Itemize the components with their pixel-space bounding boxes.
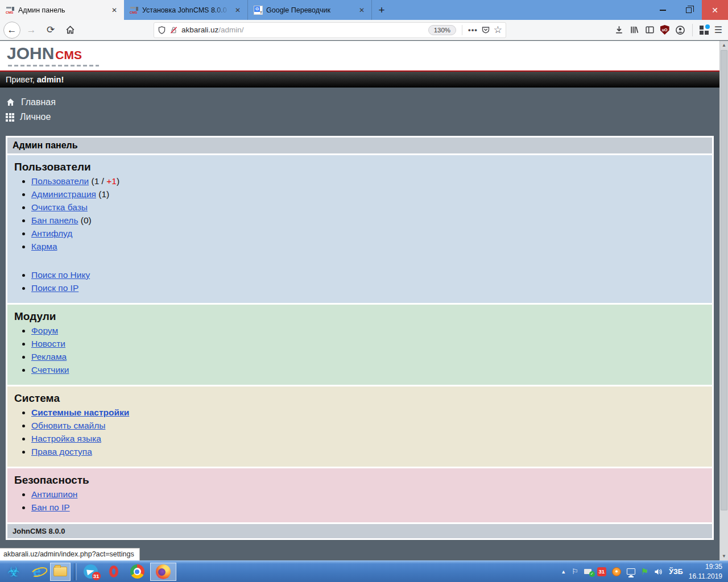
johncms-logo[interactable]: JOHNCMS	[7, 44, 82, 68]
link-administration[interactable]: Администрация	[31, 189, 96, 199]
system-tray: ▲ ⚐ 31 ⚑ ЎЗБ 19:35 16.11.2019	[561, 562, 725, 580]
link-karma[interactable]: Карма	[31, 242, 57, 251]
link-users[interactable]: Пользователи	[31, 176, 89, 186]
nav-label: Личное	[20, 112, 51, 122]
browser-titlebar: CMS Админ панель ✕ CMS Установка JohnCMS…	[0, 0, 728, 20]
url-bar[interactable]: akbarali.uz/admin/ 130% ••• ☆	[154, 22, 506, 38]
link-update-smilies[interactable]: Обновить смайлы	[31, 421, 105, 430]
minimize-button[interactable]	[650, 0, 676, 20]
taskbar-opera[interactable]	[104, 563, 124, 581]
tab-title: Админ панель	[18, 6, 106, 14]
link-ads[interactable]: Реклама	[31, 352, 67, 361]
link-ban-panel[interactable]: Бан панель	[31, 215, 78, 225]
nav-item-personal[interactable]: Личное	[6, 110, 714, 124]
telegram-icon: 31	[84, 564, 98, 579]
tab-close-icon[interactable]: ✕	[233, 5, 243, 15]
new-tab-button[interactable]: +	[372, 0, 391, 20]
taskbar-telegram[interactable]: 31	[80, 563, 101, 581]
ublock-origin-icon[interactable]: uO	[660, 25, 669, 35]
chrome-icon	[130, 564, 144, 579]
volume-icon[interactable]	[654, 568, 663, 576]
link-antiflood[interactable]: Антифлуд	[31, 228, 72, 238]
section-security: Безопасность Антишпион Бан по IP	[7, 468, 712, 522]
grid-icon	[6, 113, 14, 122]
page-actions-icon[interactable]: •••	[468, 26, 478, 34]
downloads-icon[interactable]	[614, 25, 624, 35]
green-flag-tray-icon[interactable]: ⚑	[641, 567, 648, 577]
network-display-icon[interactable]	[627, 568, 635, 575]
usb-safely-remove-icon[interactable]	[584, 569, 592, 574]
home-icon	[6, 98, 15, 107]
taskbar-file-explorer[interactable]	[50, 563, 71, 581]
greeting-prefix: Привет,	[6, 75, 35, 84]
extensions-icon[interactable]	[700, 26, 709, 35]
biohazard-start-icon: ☣	[7, 564, 20, 580]
nav-label: Главная	[21, 97, 56, 107]
tray-expand-icon[interactable]: ▲	[561, 569, 566, 575]
link-list: Поиск по Нику Поиск по IP	[14, 270, 705, 293]
account-icon[interactable]	[675, 25, 685, 35]
hamburger-menu-icon[interactable]: ☰	[714, 24, 722, 35]
link-forum[interactable]: Форум	[31, 326, 58, 335]
forward-button[interactable]: →	[23, 22, 40, 38]
taskbar-clock[interactable]: 19:35 16.11.2019	[689, 562, 722, 580]
link-ban-ip[interactable]: Бан по IP	[31, 502, 70, 512]
link-list: Антишпион Бан по IP	[14, 489, 705, 513]
link-list: Системные настройки Обновить смайлы Наст…	[14, 408, 705, 457]
list-item: Поиск по IP	[31, 283, 705, 293]
tab-close-icon[interactable]: ✕	[109, 5, 119, 15]
scrollbar-thumb[interactable]	[721, 50, 727, 510]
google-translate-favicon: Gт	[254, 6, 263, 15]
action-center-flag-icon[interactable]: ⚐	[572, 567, 578, 576]
link-system-settings[interactable]: Системные настройки	[31, 408, 129, 417]
insecure-lock-icon[interactable]	[169, 26, 178, 35]
url-text[interactable]: akbarali.uz/admin/	[181, 26, 425, 34]
zoom-level-badge[interactable]: 130%	[428, 25, 456, 35]
tab-close-icon[interactable]: ✕	[357, 5, 367, 15]
bookmark-star-icon[interactable]: ☆	[494, 24, 502, 36]
clock-time: 19:35	[689, 562, 722, 571]
orange-app-tray-icon[interactable]	[612, 567, 621, 576]
restore-button[interactable]	[676, 0, 702, 20]
link-antispy[interactable]: Антишпион	[31, 489, 77, 499]
scroll-up-arrow[interactable]: ▲	[720, 41, 728, 49]
browser-toolbar: ← → ⟳ akbarali.uz/admin/ 130% ••• ☆ uO ☰	[0, 20, 728, 40]
toolbar-right-icons: uO ☰	[614, 24, 723, 36]
link-search-ip[interactable]: Поиск по IP	[31, 283, 78, 293]
window-controls: ✕	[650, 0, 728, 20]
folder-icon	[53, 567, 67, 576]
link-search-nick[interactable]: Поиск по Нику	[31, 270, 90, 280]
telegram-tray-badge[interactable]: 31	[597, 567, 606, 576]
taskbar-chrome[interactable]	[127, 563, 147, 581]
link-counters[interactable]: Счетчики	[31, 365, 69, 375]
nav-item-home[interactable]: Главная	[6, 95, 714, 110]
tab-admin-panel[interactable]: CMS Админ панель ✕	[0, 0, 124, 20]
close-button[interactable]: ✕	[702, 0, 728, 20]
back-button[interactable]: ←	[3, 22, 20, 39]
library-icon[interactable]	[630, 25, 639, 35]
language-indicator[interactable]: ЎЗБ	[669, 568, 683, 576]
list-item: Антишпион	[31, 489, 705, 500]
shield-permissions-icon[interactable]	[158, 26, 166, 35]
tab-title: Установка JohnCMS 8.0.0 на W	[142, 6, 229, 14]
link-db-cleanup[interactable]: Очистка базы	[31, 202, 88, 212]
scroll-down-arrow[interactable]: ▼	[720, 552, 728, 560]
taskbar-internet-explorer[interactable]: e	[27, 563, 47, 581]
refresh-button[interactable]: ⟳	[42, 22, 59, 38]
logo-dashes	[8, 65, 99, 66]
vertical-scrollbar[interactable]: ▲ ▼	[719, 41, 728, 560]
minimize-icon	[660, 10, 666, 11]
link-language-settings[interactable]: Настройка языка	[31, 434, 101, 443]
link-news[interactable]: Новости	[31, 339, 65, 348]
link-access-rights[interactable]: Права доступа	[31, 447, 92, 456]
telegram-unread-badge: 31	[92, 572, 101, 580]
tab-johncms-install[interactable]: CMS Установка JohnCMS 8.0.0 на W ✕	[124, 0, 248, 20]
sidebar-icon[interactable]	[645, 25, 655, 35]
tab-google-translate[interactable]: Gт Google Переводчик ✕	[248, 0, 372, 20]
taskbar-firefox[interactable]	[150, 563, 176, 581]
pocket-icon[interactable]	[481, 26, 490, 35]
home-button[interactable]	[61, 22, 78, 38]
list-item: Форум	[31, 326, 705, 336]
start-button[interactable]: ☣	[3, 563, 24, 581]
logo-cms-text: CMS	[55, 48, 82, 61]
